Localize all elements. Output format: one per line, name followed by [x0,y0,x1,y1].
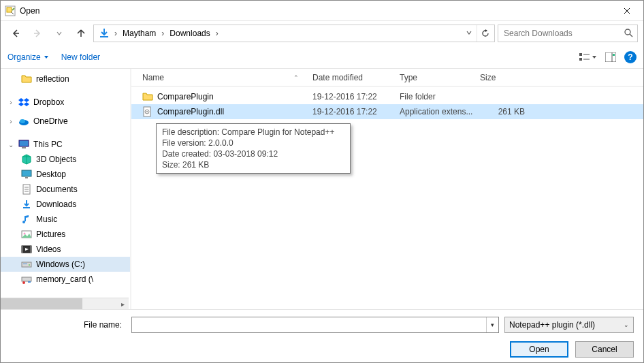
expander-icon[interactable]: › [7,118,14,125]
file-row[interactable]: ComparePlugin.dll19-12-2016 17:22Applica… [131,104,643,119]
documents-icon [21,184,32,195]
organize-menu[interactable]: Organize [7,52,49,62]
new-folder-button[interactable]: New folder [61,52,100,62]
tooltip-line: Date created: 03-03-2018 09:12 [162,148,344,159]
tree-item-pictures[interactable]: Pictures [1,227,130,242]
svg-rect-34 [22,277,31,281]
search-icon [624,28,633,40]
netdrive-icon [21,274,32,285]
file-type: File folder [400,92,480,101]
chevron-right-icon[interactable]: › [112,29,120,38]
svg-point-25 [22,221,25,223]
tree-item-label: 3D Objects [36,155,76,164]
tree-item-label: Pictures [36,230,65,239]
svg-point-41 [146,111,148,112]
tree-item-label: Desktop [36,170,66,179]
tree-item-label: Videos [36,244,61,254]
chevron-right-icon[interactable]: › [213,29,221,38]
breadcrumb-seg-1[interactable]: Downloads [167,25,212,42]
dll-icon [142,106,153,117]
tree-item-label: memory_card (\ [36,274,93,284]
app-icon [5,5,16,16]
cancel-button[interactable]: Cancel [575,341,634,358]
back-button[interactable] [6,24,25,43]
col-type[interactable]: Type [400,73,480,82]
tree-item-memory-card-[interactable]: memory_card (\ [1,272,130,287]
tree-item-label: reflection [36,74,69,84]
breadcrumb-seg-0[interactable]: Maytham [120,25,159,42]
toolbar: Organize New folder ? [1,46,643,69]
tree-item-dropbox[interactable]: ›Dropbox [1,95,130,110]
svg-rect-1 [7,7,12,12]
svg-rect-32 [23,264,27,264]
tree-item-videos[interactable]: Videos [1,242,130,257]
tree-item-this-pc[interactable]: ⌄This PC [1,137,130,152]
refresh-button[interactable] [477,25,493,42]
tree-item-windows-c-[interactable]: Windows (C:) [1,257,130,272]
address-dropdown[interactable] [462,29,477,38]
preview-pane-button[interactable] [605,52,616,62]
svg-rect-16 [19,140,29,146]
tree-item-label: Dropbox [33,97,64,107]
file-row[interactable]: ComparePlugin19-12-2016 17:22File folder [131,89,643,104]
filename-input[interactable] [132,320,486,330]
filter-combobox[interactable]: Notepad++ plugin (*.dll) ⌄ [504,317,634,333]
filename-combobox[interactable]: ▾ [131,317,499,333]
svg-rect-8 [579,58,582,61]
tooltip: File description: Compare Plugin for Not… [156,123,351,174]
close-button[interactable] [611,1,642,20]
up-button[interactable] [71,24,91,43]
address-bar[interactable]: › Maytham › Downloads › [93,25,495,42]
tree-item-label: OneDrive [33,116,68,126]
expander-icon[interactable]: ⌄ [7,141,14,148]
open-button[interactable]: Open [510,341,568,358]
search-input[interactable] [502,28,619,39]
svg-rect-31 [22,262,31,267]
col-size[interactable]: Size [480,73,534,82]
downloads-icon [21,199,32,210]
tree-item-desktop[interactable]: Desktop [1,167,130,182]
thispc-icon [18,139,29,150]
nav-tree[interactable]: reflection›Dropbox›OneDrive⌄This PC3D Ob… [1,69,130,309]
tree-item-documents[interactable]: Documents [1,182,130,197]
onedrive-icon [18,116,29,127]
file-name: ComparePlugin [157,92,214,101]
tree-item-3d-objects[interactable]: 3D Objects [1,152,130,167]
scroll-thumb[interactable] [1,298,82,309]
desktop-icon [21,169,32,180]
col-date[interactable]: Date modified [312,73,400,82]
chevron-down-icon: ⌄ [624,321,629,328]
svg-rect-30 [30,246,31,253]
tree-item-label: Downloads [36,200,76,209]
file-size: 261 KB [480,107,534,116]
tree-item-music[interactable]: Music [1,212,130,227]
filename-dropdown[interactable]: ▾ [486,317,498,332]
chevron-down-icon [592,54,597,60]
tooltip-line: File description: Compare Plugin for Not… [162,127,344,138]
svg-rect-17 [22,147,26,148]
nav-row: › Maytham › Downloads › [1,21,643,46]
view-mode-button[interactable] [579,52,597,62]
chevron-down-icon [44,54,49,60]
titlebar: Open [1,1,643,21]
svg-rect-29 [22,246,23,253]
expander-icon[interactable]: › [7,99,14,106]
scroll-right-icon[interactable]: ▸ [117,298,129,309]
help-button[interactable]: ? [624,51,637,63]
svg-point-5 [625,29,630,35]
file-pane: Name⌃ Date modified Type Size ComparePlu… [131,69,643,309]
svg-rect-13 [613,54,615,56]
view-buttons: ? [579,51,637,63]
tree-item-onedrive[interactable]: ›OneDrive [1,114,130,129]
forward-button[interactable] [28,24,47,43]
col-name[interactable]: Name⌃ [142,73,312,82]
chevron-right-icon[interactable]: › [159,29,167,38]
tree-scrollbar[interactable]: ◂ ▸ [1,298,129,309]
tree-item-reflection[interactable]: reflection [1,72,130,86]
tree-item-downloads[interactable]: Downloads [1,197,130,212]
folder-icon [21,74,32,84]
search-box[interactable] [498,25,638,42]
file-list[interactable]: ComparePlugin19-12-2016 17:22File folder… [131,86,643,122]
recent-dropdown[interactable] [50,24,69,43]
column-header[interactable]: Name⌃ Date modified Type Size [131,69,643,86]
